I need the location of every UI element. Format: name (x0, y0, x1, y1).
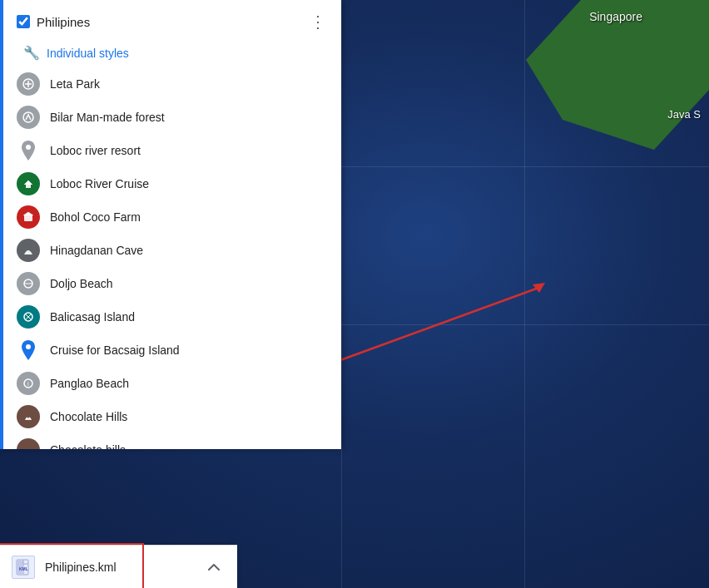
list-item[interactable]: Bohol Coco Farm (0, 200, 341, 234)
place-name: Chocolate hills (50, 443, 126, 449)
list-item[interactable]: Cruise for Bacsaig Island (0, 334, 341, 367)
place-name: Cruise for Bacsaig Island (50, 343, 180, 357)
svg-rect-8 (24, 215, 32, 221)
place-icon (17, 239, 40, 262)
places-list: Leta Park Bilar Man-made forest Loboc ri… (0, 67, 341, 449)
grid-line (341, 0, 342, 588)
wrench-icon: 🔧 (23, 45, 40, 61)
list-item[interactable]: i Panglao Beach (0, 367, 341, 400)
collapse-button[interactable] (201, 554, 227, 581)
list-item[interactable]: Loboc River Cruise (0, 167, 341, 200)
place-icon (17, 139, 40, 162)
place-name: Bohol Coco Farm (50, 210, 141, 224)
place-name: Hinagdanan Cave (50, 244, 143, 257)
place-icon (17, 106, 40, 129)
list-item[interactable]: Balicasag Island (0, 300, 341, 334)
svg-text:i: i (27, 380, 29, 388)
place-icon (17, 405, 40, 428)
list-item[interactable]: Chocolate Hills (0, 400, 341, 433)
place-name: Bilar Man-made forest (50, 111, 165, 124)
place-name: Panglao Beach (50, 377, 129, 390)
three-dots-icon: ⋮ (310, 12, 326, 32)
list-item[interactable]: Leta Park (0, 67, 341, 101)
place-icon (17, 438, 40, 449)
layer-title: Philipines (37, 15, 305, 29)
kml-filename: Philipines.kml (45, 561, 201, 574)
place-icon (17, 205, 40, 229)
place-name: Loboc river resort (50, 144, 141, 157)
layer-checkbox[interactable] (17, 15, 30, 28)
list-item[interactable]: Loboc river resort (0, 134, 341, 167)
sidebar-accent-bar (0, 0, 3, 449)
place-icon (17, 172, 40, 195)
singapore-label: Singapore (589, 10, 642, 23)
list-item[interactable]: Chocolate hills (0, 433, 341, 449)
individual-styles-label: Individual styles (47, 47, 129, 60)
place-name: Doljo Beach (50, 277, 113, 290)
list-item[interactable]: Doljo Beach (0, 267, 341, 300)
sidebar-header: Philipines ⋮ (0, 0, 341, 42)
place-icon: i (17, 372, 40, 395)
java-label: Java S (667, 108, 701, 121)
individual-styles-row[interactable]: 🔧 Individual styles (0, 42, 341, 67)
list-item[interactable]: Hinagdanan Cave (0, 234, 341, 267)
place-icon (17, 305, 40, 329)
grid-line (524, 0, 525, 588)
svg-point-6 (26, 145, 31, 150)
layer-menu-button[interactable]: ⋮ (305, 8, 331, 35)
place-icon (17, 338, 40, 362)
kml-file-icon: KML (10, 554, 37, 581)
place-name: Chocolate Hills (50, 410, 127, 423)
place-icon (17, 272, 40, 295)
svg-text:KML: KML (19, 566, 28, 571)
place-name: Loboc River Cruise (50, 177, 149, 190)
place-icon (17, 72, 40, 96)
sidebar-panel: Philipines ⋮ 🔧 Individual styles Leta Pa… (0, 0, 341, 449)
svg-point-12 (26, 344, 31, 349)
list-item[interactable]: Bilar Man-made forest (0, 101, 341, 134)
kml-icon-inner: KML (12, 556, 35, 579)
bottom-bar: KML Philipines.kml (0, 545, 237, 588)
place-name: Balicasag Island (50, 310, 135, 324)
place-name: Leta Park (50, 77, 100, 91)
svg-rect-7 (26, 185, 31, 188)
chevron-up-icon (206, 560, 221, 575)
